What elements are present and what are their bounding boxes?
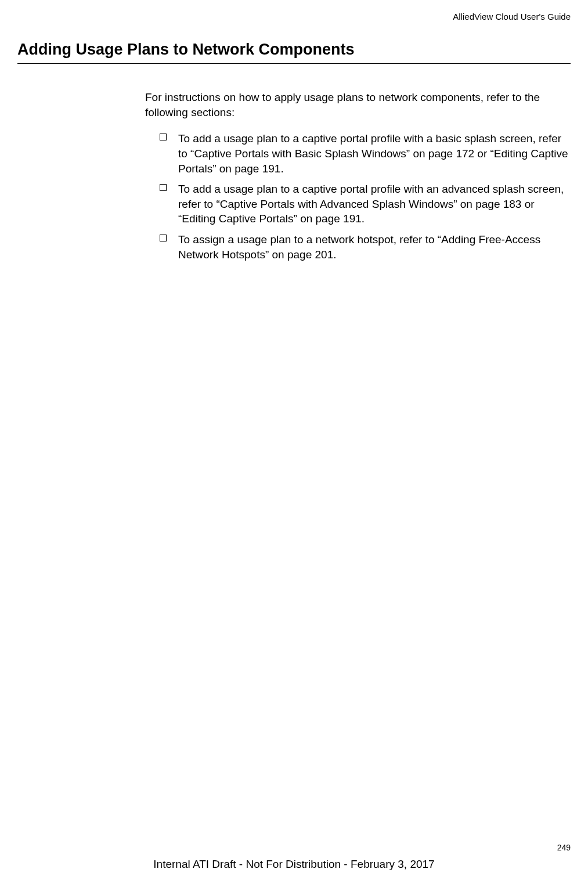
footer-distribution-notice: Internal ATI Draft - Not For Distributio… <box>0 858 588 871</box>
bullet-list: To add a usage plan to a captive portal … <box>145 131 571 262</box>
intro-paragraph: For instructions on how to apply usage p… <box>145 90 571 120</box>
bullet-text: To assign a usage plan to a network hots… <box>178 233 540 261</box>
page-number: 249 <box>557 843 571 852</box>
list-item: To add a usage plan to a captive portal … <box>160 182 571 226</box>
bullet-square-icon <box>160 235 167 241</box>
bullet-square-icon <box>160 184 167 191</box>
bullet-text: To add a usage plan to a captive portal … <box>178 183 564 225</box>
bullet-text: To add a usage plan to a captive portal … <box>178 132 568 174</box>
page-header-title: AlliedView Cloud User's Guide <box>453 12 571 21</box>
content-area: For instructions on how to apply usage p… <box>145 90 571 268</box>
list-item: To assign a usage plan to a network hots… <box>160 232 571 262</box>
bullet-square-icon <box>160 134 167 140</box>
section-heading: Adding Usage Plans to Network Components <box>17 41 571 64</box>
list-item: To add a usage plan to a captive portal … <box>160 131 571 176</box>
